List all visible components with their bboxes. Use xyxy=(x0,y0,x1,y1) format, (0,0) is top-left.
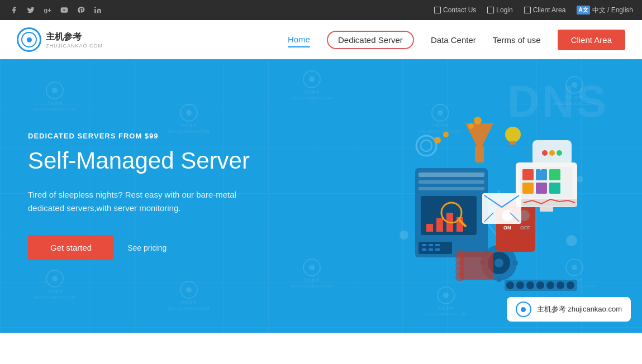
client-area-toplink[interactable]: Client Area xyxy=(524,6,566,14)
svg-rect-41 xyxy=(540,207,553,212)
hero-subtitle: DEDICATED SERVERS FROM $99 xyxy=(28,132,268,140)
svg-point-80 xyxy=(474,117,482,124)
svg-rect-38 xyxy=(536,183,547,194)
logo-text: 主机参考 ZHUJICANKAO.COM xyxy=(46,31,103,49)
twitter-icon[interactable] xyxy=(26,5,36,15)
svg-rect-5 xyxy=(419,187,484,190)
watermark-7: 主机参考 ZHUJICANKAO.COM xyxy=(168,281,210,310)
hero-section: 主机参考 ZHUJICANKAO.COM 主机参考 ZHUJICANKAO.CO… xyxy=(0,59,642,333)
hero-actions: Get started See pricing xyxy=(28,235,268,260)
svg-rect-4 xyxy=(419,180,484,184)
top-right-actions: Contact Us Login Client Area A文 中文 / Eng… xyxy=(434,6,633,15)
svg-text:OFF: OFF xyxy=(520,225,530,231)
contact-us-link[interactable]: Contact Us xyxy=(434,6,476,14)
svg-point-79 xyxy=(468,123,474,129)
hero-illustration: ON OFF xyxy=(289,59,642,333)
bottom-watermark: 主机参考 zhujicankao.com xyxy=(507,297,631,322)
svg-rect-14 xyxy=(422,244,426,246)
svg-point-70 xyxy=(567,281,574,289)
nav-dedicated-server[interactable]: Dedicated Server xyxy=(327,31,414,49)
svg-point-67 xyxy=(536,281,544,289)
svg-point-69 xyxy=(557,281,564,289)
svg-point-56 xyxy=(505,127,521,142)
svg-point-61 xyxy=(566,235,577,246)
svg-point-77 xyxy=(434,137,441,143)
svg-rect-37 xyxy=(522,183,534,194)
svg-point-1 xyxy=(94,7,96,8)
bottom-watermark-text: 主机参考 zhujicankao.com xyxy=(537,304,622,314)
nav-data-center[interactable]: Data Center xyxy=(431,33,476,47)
googleplus-icon[interactable]: g+ xyxy=(42,5,53,15)
social-icons: g+ xyxy=(9,5,103,15)
svg-point-58 xyxy=(416,136,436,156)
watermark-6: 主机参考 ZHUJICANKAO.COM xyxy=(34,270,75,299)
hero-title: Self-Managed Server xyxy=(28,147,268,175)
nav-home[interactable]: Home xyxy=(288,32,310,47)
language-switcher[interactable]: A文 中文 / English xyxy=(577,6,633,15)
svg-line-53 xyxy=(488,224,496,235)
linkedin-icon[interactable] xyxy=(93,5,103,15)
client-icon xyxy=(524,7,531,13)
svg-rect-36 xyxy=(549,169,560,180)
svg-point-78 xyxy=(443,132,449,137)
pinterest-icon[interactable] xyxy=(76,5,86,15)
svg-point-76 xyxy=(455,272,464,281)
facebook-icon[interactable] xyxy=(9,5,19,15)
svg-point-64 xyxy=(506,281,514,289)
svg-rect-3 xyxy=(419,173,484,177)
server-illustration: ON OFF xyxy=(348,90,583,302)
svg-point-49 xyxy=(557,150,562,156)
login-link[interactable]: Login xyxy=(487,6,512,14)
svg-rect-7 xyxy=(426,224,433,232)
svg-rect-15 xyxy=(429,244,433,246)
get-started-button[interactable]: Get started xyxy=(28,235,114,260)
hero-description: Tired of sleepless nights? Rest easy wit… xyxy=(28,188,268,215)
nav-terms-of-use[interactable]: Terms of use xyxy=(493,33,541,47)
svg-point-68 xyxy=(546,281,554,289)
svg-text:ON: ON xyxy=(503,225,511,231)
svg-rect-19 xyxy=(435,248,440,251)
svg-point-59 xyxy=(421,140,432,151)
client-area-button[interactable]: Client Area xyxy=(558,30,625,50)
svg-point-22 xyxy=(494,258,503,267)
svg-rect-18 xyxy=(429,248,433,251)
youtube-icon[interactable] xyxy=(59,5,69,15)
logo-circle xyxy=(17,27,41,52)
svg-point-65 xyxy=(516,281,524,289)
nav-links: Home Dedicated Server Data Center Terms … xyxy=(288,30,625,50)
svg-rect-71 xyxy=(460,252,493,280)
svg-rect-57 xyxy=(510,141,516,145)
logo[interactable]: 主机参考 ZHUJICANKAO.COM xyxy=(17,27,103,52)
bottom-logo-circle xyxy=(516,301,531,317)
contact-icon xyxy=(434,7,441,13)
svg-rect-16 xyxy=(435,244,440,246)
svg-rect-39 xyxy=(549,183,560,194)
svg-point-62 xyxy=(577,176,583,183)
svg-point-66 xyxy=(526,281,534,289)
svg-point-47 xyxy=(542,150,548,156)
svg-point-48 xyxy=(549,150,555,156)
svg-point-60 xyxy=(400,231,408,240)
watermark-1: 主机参考 ZHUJICANKAO.COM xyxy=(34,82,75,111)
svg-rect-17 xyxy=(422,248,426,251)
see-pricing-link[interactable]: See pricing xyxy=(127,243,167,252)
svg-rect-35 xyxy=(536,169,547,180)
login-icon xyxy=(487,7,494,13)
svg-rect-13 xyxy=(419,242,452,254)
nav-bar: 主机参考 ZHUJICANKAO.COM Home Dedicated Serv… xyxy=(0,20,642,59)
watermark-2: 主机参考 ZHUJICANKAO.COM xyxy=(168,104,210,133)
svg-rect-8 xyxy=(436,218,443,232)
svg-rect-24 xyxy=(497,276,501,282)
bottom-logo-dot xyxy=(521,307,526,312)
svg-rect-55 xyxy=(475,146,484,162)
svg-rect-26 xyxy=(512,261,518,265)
lang-icon: A文 xyxy=(577,6,589,15)
top-bar: g+ Contact Us Login Client Area A文 中文 / … xyxy=(0,0,642,20)
svg-rect-34 xyxy=(522,169,534,180)
hero-content: DEDICATED SERVERS FROM $99 Self-Managed … xyxy=(28,132,268,260)
